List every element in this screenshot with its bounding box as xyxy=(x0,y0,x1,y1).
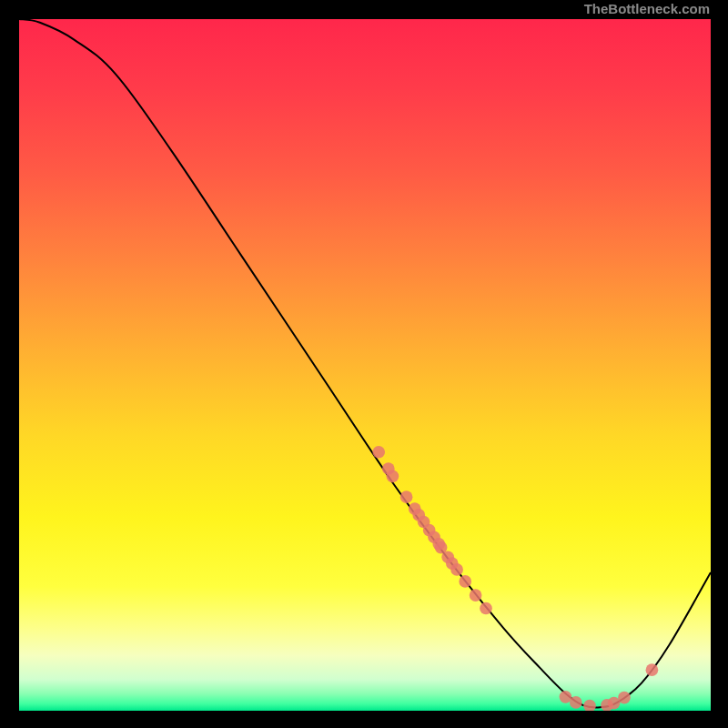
data-point xyxy=(570,696,582,709)
bottleneck-curve xyxy=(19,19,711,707)
curve-layer xyxy=(19,19,711,711)
data-point xyxy=(459,575,471,588)
plot-area xyxy=(18,18,712,712)
data-point xyxy=(450,563,463,576)
data-point xyxy=(387,470,399,483)
data-point xyxy=(470,589,482,602)
data-point xyxy=(372,446,385,459)
chart-container: TheBottleneck.com xyxy=(0,0,728,728)
data-point xyxy=(400,490,413,503)
data-points xyxy=(372,446,658,711)
data-point xyxy=(646,663,659,676)
data-point xyxy=(618,692,631,704)
attribution-label: TheBottleneck.com xyxy=(584,0,710,18)
data-point xyxy=(583,700,596,711)
data-point xyxy=(480,602,492,615)
